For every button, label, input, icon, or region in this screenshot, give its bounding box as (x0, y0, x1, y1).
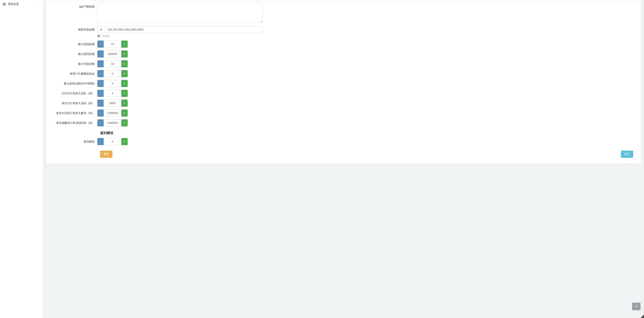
hint-text: ,号分割 (101, 34, 109, 38)
max-withdraw-times-decrement-button[interactable]: - (97, 80, 104, 87)
max-withdraw-decrement-button[interactable]: - (97, 50, 104, 58)
label-min-withdraw: 最小提现金额 (50, 41, 97, 46)
sidebar-item-label: 系统设置 (8, 2, 19, 6)
min-withdraw-input[interactable] (104, 41, 121, 48)
min-recharge-decrement-button[interactable]: - (97, 60, 104, 67)
min-withdraw-increment-button[interactable]: + (121, 41, 128, 48)
signin-gift-input[interactable] (104, 138, 121, 145)
min-recharge-increment-button[interactable]: + (121, 60, 128, 67)
min-withdraw-decrement-button[interactable]: - (97, 41, 104, 48)
label-max-withdraw: 最大提现金额 (50, 50, 97, 56)
hint-recommended-recharge: i ,号分割 (97, 34, 262, 38)
paid-return-sec-increment-button[interactable]: + (121, 90, 128, 97)
new-user-bonus-increment-button[interactable]: + (121, 70, 128, 77)
new-user-bonus-decrement-button[interactable]: - (97, 70, 104, 77)
unpaid-unfreeze-sec-stepper: - + (97, 110, 128, 117)
incomplete-stack-freeze-sec-input[interactable] (104, 119, 121, 126)
label-app-download-link: app下载链接 (50, 3, 97, 9)
unpaid-freeze-sec-increment-button[interactable]: + (121, 100, 128, 107)
recommended-recharge-input[interactable] (105, 26, 262, 33)
signin-gift-stepper: - + (97, 138, 128, 145)
max-withdraw-times-increment-button[interactable]: + (121, 80, 128, 87)
reset-button[interactable]: 重置 (100, 151, 112, 158)
unpaid-freeze-sec-input[interactable] (104, 100, 121, 107)
app-download-link-textarea[interactable] (97, 3, 262, 23)
paid-return-sec-stepper: - + (97, 90, 128, 97)
chevron-up-icon (634, 304, 638, 308)
label-new-user-bonus: 新用户注册赠送彩金 (50, 70, 97, 76)
pencil-icon (97, 26, 105, 33)
label-unpaid-freeze-sec: 未支付订单多久冻结（秒） (50, 100, 97, 105)
info-icon: i (97, 35, 100, 38)
unpaid-unfreeze-sec-increment-button[interactable]: + (121, 110, 128, 117)
incomplete-stack-freeze-sec-increment-button[interactable]: + (121, 119, 128, 126)
new-user-bonus-stepper: - + (97, 70, 128, 77)
max-withdraw-times-input[interactable] (104, 80, 121, 87)
label-min-recharge: 最小充值金额 (50, 60, 97, 66)
max-withdraw-stepper: - + (97, 50, 128, 58)
max-withdraw-increment-button[interactable]: + (121, 50, 128, 58)
label-incomplete-stack-freeze-sec: 未完成叠加订单冻结时间（秒） (50, 119, 97, 125)
label-unpaid-unfreeze-sec: 未支付冻结订单多久解冻（秒） (50, 110, 97, 115)
bars-icon (3, 3, 6, 5)
resize-grip-icon (640, 314, 644, 318)
scroll-to-top-button[interactable] (632, 303, 640, 310)
unpaid-unfreeze-sec-decrement-button[interactable]: - (97, 110, 104, 117)
label-signin-gift: 签到赠送 (50, 138, 97, 144)
new-user-bonus-input[interactable] (104, 70, 121, 77)
incomplete-stack-freeze-sec-decrement-button[interactable]: - (97, 119, 104, 126)
main-content: app下载链接 推荐充值金额 i ,号分割 (43, 0, 644, 318)
chevron-left-icon: ‹ (39, 3, 40, 6)
unpaid-freeze-sec-stepper: - + (97, 100, 128, 107)
section-signin-gift-heading: 签到赠送 (100, 131, 637, 135)
min-recharge-stepper: - + (97, 60, 128, 67)
incomplete-stack-freeze-sec-stepper: - + (97, 119, 128, 126)
sidebar: 系统设置 ‹ (0, 0, 43, 318)
label-recommended-recharge: 推荐充值金额 (50, 26, 97, 32)
sidebar-item-system-settings[interactable]: 系统设置 ‹ (0, 1, 43, 8)
min-recharge-input[interactable] (104, 60, 121, 67)
signin-gift-decrement-button[interactable]: - (97, 138, 104, 145)
min-withdraw-stepper: - + (97, 41, 128, 48)
label-max-withdraw-times: 最大提现次数(0为不限制) (50, 80, 97, 86)
unpaid-freeze-sec-decrement-button[interactable]: - (97, 100, 104, 107)
label-paid-return-sec: 已支付订单多久回款（秒） (50, 90, 97, 95)
max-withdraw-times-stepper: - + (97, 80, 128, 87)
paid-return-sec-input[interactable] (104, 90, 121, 97)
unpaid-unfreeze-sec-input[interactable] (104, 110, 121, 117)
paid-return-sec-decrement-button[interactable]: - (97, 90, 104, 97)
signin-gift-increment-button[interactable]: + (121, 138, 128, 145)
submit-button[interactable]: 提交 (621, 151, 633, 158)
max-withdraw-input[interactable] (104, 50, 121, 58)
settings-panel: app下载链接 推荐充值金额 i ,号分割 (46, 0, 641, 164)
